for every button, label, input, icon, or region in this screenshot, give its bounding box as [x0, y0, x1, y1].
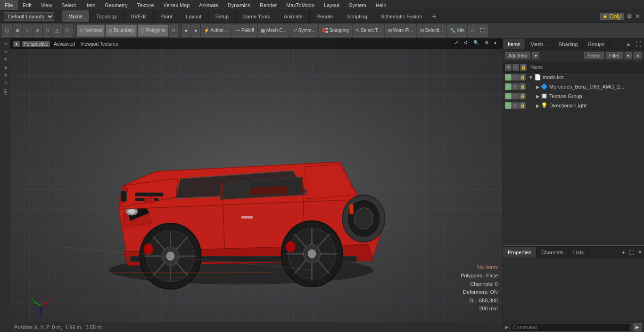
- tab-scripting[interactable]: Scripting: [340, 10, 374, 22]
- star-button[interactable]: ★ Only: [600, 13, 624, 20]
- menu-select[interactable]: Select: [57, 0, 81, 10]
- menu-geometry[interactable]: Geometry: [100, 0, 132, 10]
- lock-icon-root[interactable]: 🔒: [519, 74, 526, 81]
- close-icon[interactable]: ✕: [635, 13, 640, 20]
- mode-volume[interactable]: □: [169, 24, 178, 37]
- select-t-btn[interactable]: ↖ Select T...: [353, 24, 384, 37]
- menu-file[interactable]: File: [0, 0, 18, 10]
- tab-items[interactable]: Items: [503, 39, 526, 49]
- work-pl-btn[interactable]: ⊞ Work Pl...: [385, 24, 416, 37]
- menu-animate[interactable]: Animate: [194, 0, 223, 10]
- plus-icon-light[interactable]: +: [512, 102, 519, 109]
- plus-icon-root[interactable]: +: [512, 74, 519, 81]
- viewport[interactable]: ● Perspective Advanced Viewport Textures…: [10, 39, 503, 332]
- tab-game-tools[interactable]: Game Tools: [236, 10, 277, 22]
- items-dropdown-btn[interactable]: ▾: [532, 52, 539, 59]
- menu-view[interactable]: View: [36, 0, 57, 10]
- mode-boundary[interactable]: ◇ Boundary: [106, 24, 137, 37]
- settings-icon[interactable]: ⚙: [483, 40, 491, 46]
- tree-row-root[interactable]: 👁 + 🔒 ▼ 📄 modo.lxo: [503, 73, 644, 82]
- tree-row-texgroup[interactable]: 👁 + 🔒 ▶ 🔲 Texture Group: [503, 91, 644, 101]
- command-input[interactable]: [511, 323, 631, 332]
- viewport-textures-btn[interactable]: Viewport Textures: [79, 41, 120, 47]
- home-btn[interactable]: ⌂: [468, 24, 477, 37]
- expand-icon[interactable]: ⤢: [453, 40, 460, 46]
- eye-icon-root[interactable]: 👁: [505, 74, 512, 81]
- filter-button[interactable]: Filter: [606, 52, 623, 59]
- tab-shading[interactable]: Shading: [554, 39, 583, 49]
- mode-polygons[interactable]: ⬠ Polygons: [138, 24, 168, 37]
- tab-setup[interactable]: Setup: [208, 10, 236, 22]
- action-btn[interactable]: ⚡ Action ...: [201, 24, 231, 37]
- tab-layout[interactable]: Layout: [179, 10, 208, 22]
- tool-triangle[interactable]: △: [52, 24, 62, 37]
- search-icon[interactable]: 🔍: [471, 40, 481, 46]
- perspective-btn[interactable]: Perspective: [22, 41, 50, 47]
- layout-dropdown[interactable]: Default Layouts: [4, 12, 54, 21]
- tool-hexagon[interactable]: ⬡: [2, 24, 12, 37]
- symm-btn[interactable]: ⇌ Symm...: [290, 24, 318, 37]
- select-button[interactable]: Select: [584, 52, 604, 59]
- vis-lock-icon[interactable]: 🔒: [520, 64, 527, 71]
- menu-dynamics[interactable]: Dynamics: [223, 0, 255, 10]
- play-icon[interactable]: ▸: [493, 40, 499, 46]
- mode-vertices[interactable]: ⬡ Vertices: [77, 24, 105, 37]
- lock-icon-mesh[interactable]: 🔒: [519, 83, 526, 90]
- tab-schematic-fusion[interactable]: Schematic Fusion: [374, 10, 429, 22]
- prop-expand-icon[interactable]: ⛶: [627, 250, 636, 255]
- menu-help[interactable]: Help: [371, 0, 391, 10]
- tab-paint[interactable]: Paint: [154, 10, 179, 22]
- gear-icon[interactable]: ⚙: [627, 13, 632, 20]
- tree-arrow-mesh[interactable]: ▶: [536, 84, 540, 89]
- advanced-btn[interactable]: Advanced: [52, 41, 76, 47]
- kits-btn[interactable]: 🔧 Kits: [447, 24, 467, 37]
- items-more-btn[interactable]: ▾: [625, 52, 632, 59]
- tab-channels[interactable]: Channels: [537, 247, 568, 258]
- layout-add-button[interactable]: +: [429, 12, 439, 21]
- tool-dot1[interactable]: ●: [182, 24, 190, 37]
- tree-row-light[interactable]: 👁 + 🔒 ▶ 💡 Directional Light: [503, 101, 644, 110]
- reset-icon[interactable]: ↺: [462, 40, 470, 46]
- menu-vertex-map[interactable]: Vertex Map: [159, 0, 195, 10]
- tool-pentagon[interactable]: ⬠: [63, 24, 73, 37]
- viewport-dot-btn[interactable]: ●: [13, 41, 20, 47]
- tab-model[interactable]: Model: [62, 10, 90, 22]
- tab-groups[interactable]: Groups: [583, 39, 610, 49]
- mesh-c-btn[interactable]: ▦ Mesh C...: [258, 24, 289, 37]
- lock-icon-tex[interactable]: 🔒: [519, 93, 526, 99]
- menu-edit[interactable]: Edit: [18, 0, 36, 10]
- maximize-btn[interactable]: ⛶: [478, 24, 488, 37]
- tab-animate[interactable]: Animate: [277, 10, 310, 22]
- tab-render[interactable]: Render: [310, 10, 340, 22]
- items-icon-1[interactable]: ≡: [624, 39, 633, 49]
- tool-rotate[interactable]: ↺: [33, 24, 42, 37]
- vis-plus-icon[interactable]: +: [512, 64, 519, 71]
- vis-eye-icon[interactable]: 👁: [505, 64, 512, 71]
- prop-plus-icon[interactable]: +: [620, 250, 627, 255]
- plus-icon-mesh[interactable]: +: [512, 83, 519, 90]
- tool-crosshair[interactable]: ⊕: [13, 24, 22, 37]
- tab-mesh[interactable]: Mesh ...: [526, 39, 554, 49]
- menu-layout[interactable]: Layout: [319, 0, 344, 10]
- menu-texture[interactable]: Texture: [132, 0, 159, 10]
- eye-icon-tex[interactable]: 👁: [505, 93, 512, 99]
- falloff-btn[interactable]: 〜 Falloff: [232, 24, 257, 37]
- eye-icon-mesh[interactable]: 👁: [505, 83, 512, 90]
- tab-topology[interactable]: Topology: [90, 10, 124, 22]
- items-icon-2[interactable]: ⛶: [633, 39, 644, 49]
- selecti-btn[interactable]: ⊟ Selecti...: [417, 24, 446, 37]
- plus-icon-tex[interactable]: +: [512, 93, 519, 99]
- menu-maxtomodo[interactable]: MaxToModo: [281, 0, 319, 10]
- tab-lists[interactable]: Lists: [569, 247, 589, 258]
- tree-row-mesh[interactable]: 👁 + 🔒 ▶ 🔷 Mercedes_Benz_G63_AMG_2...: [503, 82, 644, 91]
- tool-dot2[interactable]: ●: [191, 24, 200, 37]
- lock-icon-light[interactable]: 🔒: [519, 102, 526, 109]
- tab-properties[interactable]: Properties: [503, 247, 537, 258]
- menu-item[interactable]: Item: [81, 0, 100, 10]
- snapping-btn[interactable]: 🧲 Snapping: [319, 24, 352, 37]
- add-item-button[interactable]: Add Item: [505, 52, 530, 59]
- tool-square[interactable]: □: [43, 24, 51, 37]
- items-close-btn[interactable]: ✕: [634, 52, 642, 59]
- eye-icon-light[interactable]: 👁: [505, 102, 512, 109]
- menu-render[interactable]: Render: [255, 0, 281, 10]
